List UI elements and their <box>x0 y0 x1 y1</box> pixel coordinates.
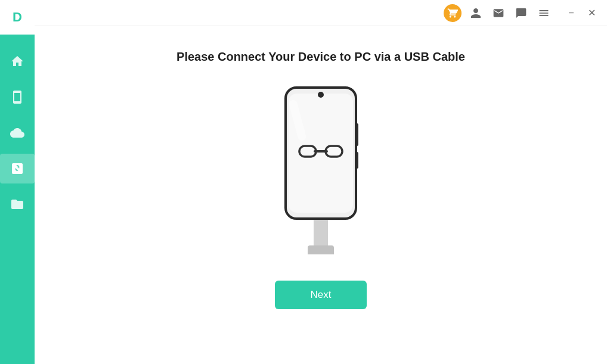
svg-point-4 <box>318 92 324 98</box>
mail-icon-btn[interactable] <box>490 5 507 21</box>
svg-rect-0 <box>314 217 328 250</box>
close-button[interactable]: ✕ <box>583 5 600 21</box>
repair-icon <box>10 161 24 176</box>
sidebar-item-files[interactable] <box>0 189 35 219</box>
titlebar-icons: − ✕ <box>444 4 600 22</box>
svg-rect-11 <box>328 148 340 154</box>
chat-icon <box>515 7 527 19</box>
sidebar-item-backup[interactable] <box>0 118 35 148</box>
titlebar: − ✕ <box>35 0 607 26</box>
menu-icon-btn[interactable] <box>535 5 552 21</box>
svg-rect-1 <box>308 245 334 254</box>
cart-icon <box>447 8 458 18</box>
chat-icon-btn[interactable] <box>513 5 529 21</box>
sidebar: D <box>0 0 35 364</box>
device-illustration <box>273 82 368 257</box>
svg-rect-9 <box>302 148 314 154</box>
sidebar-nav <box>0 46 35 219</box>
user-icon <box>470 7 482 19</box>
home-icon <box>10 54 24 69</box>
page-content: Please Connect Your Device to PC via a U… <box>35 26 607 364</box>
sidebar-item-repair[interactable] <box>0 154 35 183</box>
page-title: Please Connect Your Device to PC via a U… <box>176 50 465 64</box>
app-logo[interactable]: D <box>0 0 35 35</box>
device-icon <box>10 90 24 104</box>
svg-rect-5 <box>355 123 358 146</box>
sidebar-item-home[interactable] <box>0 46 35 76</box>
window-controls: − ✕ <box>563 5 600 21</box>
svg-rect-6 <box>355 152 358 169</box>
mail-icon <box>493 7 504 19</box>
folder-icon <box>10 197 24 211</box>
sidebar-item-device[interactable] <box>0 82 35 112</box>
svg-rect-12 <box>314 150 328 153</box>
next-button[interactable]: Next <box>275 281 367 309</box>
cart-icon-btn[interactable] <box>444 4 462 22</box>
menu-icon <box>538 7 550 19</box>
minimize-button[interactable]: − <box>563 5 580 21</box>
cloud-icon <box>10 126 24 140</box>
phone-usb-svg <box>273 82 368 254</box>
main-area: − ✕ Please Connect Your Device to PC via… <box>35 0 607 364</box>
user-icon-btn[interactable] <box>467 5 484 21</box>
